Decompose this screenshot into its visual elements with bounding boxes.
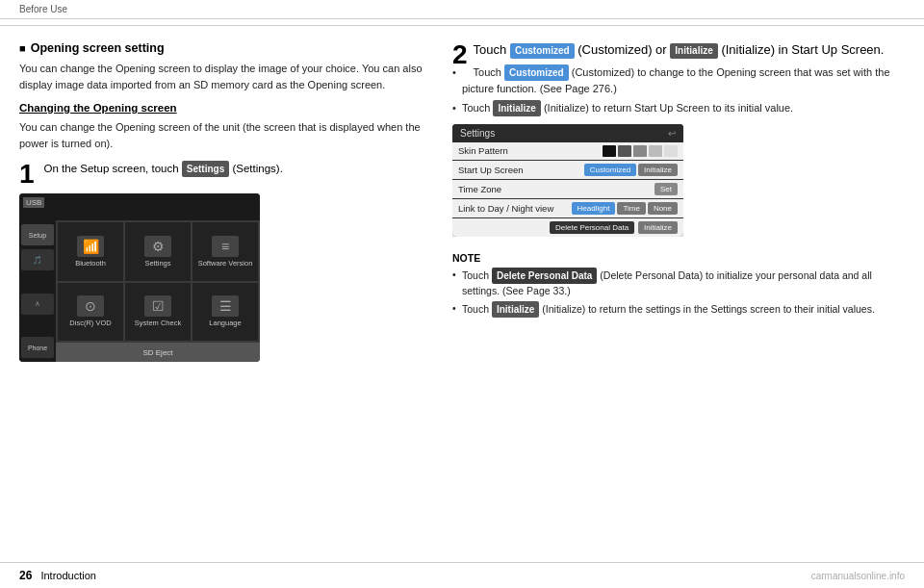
step-2-bullets: Touch Customized (Customized) to change …: [452, 64, 905, 116]
setup-sidebar: Setup 🎵 ∧ Phone: [19, 220, 56, 362]
row-startup-screen: Start Up Screen Customized Initialize: [452, 161, 683, 180]
settings-panel-footer: Delete Personal Data Initialize: [452, 218, 683, 237]
timezone-controls: Set: [654, 183, 678, 195]
bullet-customized: Touch Customized (Customized) to change …: [452, 64, 905, 97]
row-day-night: Link to Day / Night view Headlight Time …: [452, 199, 683, 218]
step-2-block: 2 Touch Customized (Customized) or Initi…: [452, 41, 905, 243]
settings-button-inline: Settings: [182, 161, 229, 177]
customized-ctrl-btn[interactable]: Customized: [584, 164, 636, 176]
note-item-delete: Touch Delete Personal Data (Delete Perso…: [452, 268, 905, 299]
grid-software-version[interactable]: ≡ Software Version: [192, 222, 258, 281]
setup-grid: 📶 Bluetooth ⚙ Settings ≡ Software Versio…: [56, 220, 260, 343]
grid-settings[interactable]: ⚙ Settings: [125, 222, 191, 281]
startup-controls: Customized Initialize: [584, 164, 678, 176]
time-btn[interactable]: Time: [617, 202, 645, 215]
main-content: Opening screen setting You can change th…: [0, 32, 924, 381]
note-list: Touch Delete Personal Data (Delete Perso…: [452, 268, 905, 319]
section-title: Opening screen setting: [19, 41, 433, 55]
skin-swatches: [603, 145, 678, 157]
settings-icon: ⚙: [144, 236, 171, 257]
step-1-text: On the Setup screen, touch Settings (Set…: [44, 161, 283, 177]
body-text-1: You can change the Opening screen to dis…: [19, 61, 433, 92]
step-1-header: 1 On the Setup screen, touch Settings (S…: [19, 161, 433, 188]
initialize-footer-btn[interactable]: Initialize: [638, 221, 678, 234]
page-number-label: 26 Introduction: [19, 569, 96, 582]
step-2-header: 2 Touch Customized (Customized) or Initi…: [452, 41, 905, 59]
sidebar-chevron-up[interactable]: ∧: [21, 294, 54, 315]
swatch-light[interactable]: [649, 145, 662, 157]
setup-screen-image: USB Setup 🎵 ∧ Phone 📶 Bluetooth: [19, 193, 260, 362]
settings-panel: Settings ↩ Skin Pattern Sta: [452, 124, 683, 237]
left-column: Opening screen setting You can change th…: [19, 41, 433, 371]
swatch-black[interactable]: [603, 145, 616, 157]
sd-eject-bar[interactable]: SD Eject: [56, 343, 260, 362]
step-1-block: 1 On the Setup screen, touch Settings (S…: [19, 161, 433, 362]
grid-language[interactable]: ☰ Language: [192, 283, 258, 342]
bullet-initialize: Touch Initialize (Initialize) to return …: [452, 100, 905, 116]
system-check-icon: ☑: [144, 295, 171, 317]
customized-button-bullet: Customized: [504, 64, 569, 81]
bottom-bar: 26 Introduction carmanualsonline.info: [0, 562, 924, 588]
initialize-button-bullet: Initialize: [493, 100, 540, 116]
body-text-2: You can change the Opening screen of the…: [19, 119, 433, 151]
section-label: Before Use: [19, 4, 67, 14]
grid-disc-vod[interactable]: ⊙ Disc(R) VOD: [58, 283, 123, 342]
disc-icon: ⊙: [77, 295, 104, 317]
initialize-button-step2[interactable]: Initialize: [670, 43, 717, 59]
note-title: NOTE: [452, 252, 905, 264]
swatch-mid[interactable]: [633, 145, 647, 157]
software-version-icon: ≡: [212, 236, 239, 257]
usb-label: USB: [23, 197, 44, 208]
bluetooth-icon: 📶: [77, 236, 104, 257]
language-icon: ☰: [212, 295, 239, 317]
initialize-note-btn: Initialize: [492, 301, 539, 318]
swatch-white[interactable]: [664, 145, 678, 157]
step-1-num: 1: [19, 161, 35, 188]
headlight-btn[interactable]: Headlight: [572, 202, 616, 215]
settings-panel-header: Settings ↩: [452, 124, 683, 142]
sidebar-phone-label: Phone: [21, 337, 54, 358]
setup-top-bar: USB: [19, 193, 260, 220]
none-btn[interactable]: None: [648, 202, 678, 215]
note-item-initialize: Touch Initialize (Initialize) to return …: [452, 301, 905, 318]
top-bar: Before Use: [0, 0, 924, 19]
step-1-content: On the Setup screen, touch Settings (Set…: [44, 161, 283, 185]
setup-label-icon: Setup: [21, 224, 54, 245]
set-ctrl-btn[interactable]: Set: [654, 183, 678, 195]
day-night-controls: Headlight Time None: [572, 202, 678, 215]
delete-personal-data-btn[interactable]: Delete Personal Data: [550, 221, 634, 234]
sidebar-icons: Setup 🎵: [21, 224, 54, 270]
subheading: Changing the Opening screen: [19, 102, 433, 114]
row-skin-pattern: Skin Pattern: [452, 142, 683, 161]
row-timezone: Time Zone Set: [452, 180, 683, 199]
customized-button-step2[interactable]: Customized: [510, 43, 575, 59]
grid-system-check[interactable]: ☑ System Check: [125, 283, 191, 342]
watermark: carmanualsonline.info: [811, 571, 905, 581]
delete-personal-data-note-btn: Delete Personal Data: [492, 268, 598, 284]
initialize-ctrl-btn[interactable]: Initialize: [638, 164, 678, 176]
swatch-dark[interactable]: [618, 145, 631, 157]
grid-bluetooth[interactable]: 📶 Bluetooth: [58, 222, 123, 281]
note-box: NOTE Touch Delete Personal Data (Delete …: [452, 252, 905, 319]
sidebar-icon-2: 🎵: [21, 249, 54, 270]
right-column: 2 Touch Customized (Customized) or Initi…: [452, 41, 905, 371]
